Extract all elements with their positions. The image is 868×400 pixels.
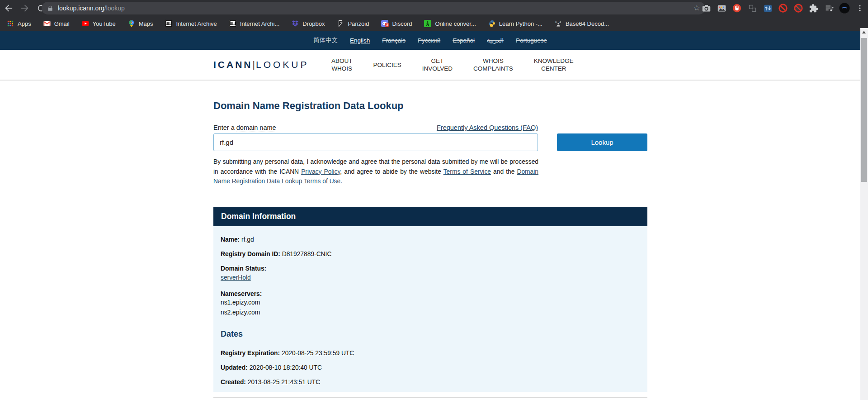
registry-expiration-field: Registry Expiration: 2020-08-25 23:59:59… [221, 350, 640, 357]
language-bar: 简体中文 English Français Русский Español ال… [0, 31, 860, 50]
browser-toolbar: lookup.icann.org/lookup ☆ [0, 0, 868, 16]
nav-line: ABOUT [331, 57, 353, 65]
nav-line: CENTER [534, 65, 574, 72]
scrollbar-thumb[interactable] [861, 38, 867, 182]
lang-chinese[interactable]: 简体中文 [313, 36, 338, 44]
domain-status-field: Domain Status: serverHold [221, 265, 640, 283]
bookmark-label: Gmail [54, 20, 70, 27]
faq-link[interactable]: Frequently Asked Questions (FAQ) [437, 124, 538, 131]
downloader-extension-icon[interactable] [762, 2, 773, 14]
bookmark-base64-decoder[interactable]: 64 Base64 Decod... [555, 20, 609, 27]
nameservers-field: Nameservers: ns1.epizy.com ns2.epizy.com [221, 290, 640, 318]
lang-arabic[interactable]: العربية [487, 37, 504, 44]
bookmark-learn-python[interactable]: Learn Python -... [488, 20, 542, 27]
bookmark-internet-archive[interactable]: Internet Archive [165, 20, 217, 27]
bookmark-dropbox[interactable]: Dropbox [292, 20, 325, 27]
registry-id-label: Registry Domain ID: [221, 251, 280, 257]
bookmark-label: Panzoid [348, 20, 369, 27]
forward-arrow-icon [20, 3, 30, 13]
bookmark-label: Learn Python -... [499, 20, 542, 27]
domain-status-label: Domain Status: [221, 265, 266, 272]
nav-about-whois[interactable]: ABOUT WHOIS [331, 57, 353, 72]
nameserver-2: ns2.epizy.com [221, 308, 640, 318]
svg-text:4: 4 [559, 21, 561, 24]
expiration-label: Registry Expiration: [221, 350, 280, 357]
disclaimer-part: and the [491, 168, 517, 175]
lang-english[interactable]: English [350, 37, 370, 44]
nav-line: INVOLVED [422, 65, 453, 72]
name-value: rf.gd [241, 236, 254, 243]
extensions-puzzle-icon[interactable] [808, 2, 819, 14]
created-field: Created: 2013-08-25 21:43:51 UTC [221, 379, 640, 386]
updated-label: Updated: [221, 364, 248, 371]
input-label-prefix: Enter a [213, 124, 236, 131]
lookup-button[interactable]: Lookup [557, 133, 647, 151]
icann-lookup-logo[interactable]: ICANN | LOOKUP [213, 50, 309, 80]
scrollbar-up-arrow[interactable] [862, 31, 866, 33]
boxes-extension-icon[interactable] [747, 2, 758, 14]
server-hold-link[interactable]: serverHold [221, 274, 251, 281]
section-title: Domain Information [221, 212, 296, 221]
nav-line: COMPLAINTS [473, 65, 513, 72]
address-bar[interactable]: lookup.icann.org/lookup ☆ [42, 2, 705, 14]
bookmark-online-converter[interactable]: Online conver... [424, 20, 476, 27]
camera-extension-icon[interactable] [701, 2, 712, 14]
nav-line: POLICIES [373, 61, 401, 69]
disclaimer-part: , and agree to abide by the website [340, 168, 443, 175]
profile-avatar[interactable] [839, 2, 850, 14]
blocker-extension-icon[interactable] [778, 2, 788, 14]
forward-button[interactable] [19, 2, 31, 14]
lang-russian[interactable]: Русский [418, 37, 440, 44]
playlist-extension-icon[interactable] [824, 2, 835, 14]
bookmark-internet-archive-2[interactable]: Internet Archi... [229, 20, 279, 27]
back-arrow-icon [4, 3, 14, 13]
nav-whois-complaints[interactable]: WHOIS COMPLAINTS [473, 57, 513, 72]
nav-policies[interactable]: POLICIES [373, 61, 401, 69]
disclaimer-part: . [340, 178, 342, 185]
url-text: lookup.icann.org/lookup [58, 5, 125, 12]
terms-of-service-link[interactable]: Terms of Service [443, 168, 491, 175]
domain-name-input[interactable] [213, 133, 538, 151]
nav-line: KNOWLEDGE [534, 57, 574, 65]
page-scrollbar[interactable] [860, 28, 868, 400]
site-header: ICANN | LOOKUP ABOUT WHOIS POLICIES GET … [0, 50, 860, 81]
photos-extension-icon[interactable] [716, 2, 727, 14]
registry-domain-id-field: Registry Domain ID: D81927889-CNIC [221, 251, 640, 258]
blocker-dark-extension-icon[interactable] [793, 2, 804, 14]
bookmark-label: Internet Archive [176, 20, 217, 27]
adblock-hand-extension-icon[interactable] [731, 2, 742, 14]
created-value: 2013-08-25 21:43:51 UTC [248, 379, 320, 386]
apps-grid-icon [7, 20, 14, 27]
internet-archive-icon [229, 20, 236, 27]
lang-spanish[interactable]: Español [453, 37, 475, 44]
bookmark-apps[interactable]: Apps [7, 20, 31, 27]
back-button[interactable] [3, 2, 14, 14]
nameserver-1: ns1.epizy.com [221, 298, 640, 308]
discord-notification-badge: 3 [385, 23, 389, 27]
updated-value: 2020-08-10 18:20:40 UTC [250, 364, 322, 371]
name-field: Name: rf.gd [221, 236, 640, 243]
bookmark-youtube[interactable]: YouTube [82, 20, 116, 27]
privacy-policy-link[interactable]: Privacy Policy [301, 168, 340, 175]
dropbox-icon [292, 20, 299, 27]
nav-knowledge-center[interactable]: KNOWLEDGE CENTER [534, 57, 574, 72]
bookmark-label: Online conver... [435, 20, 476, 27]
created-label: Created: [221, 379, 246, 386]
bookmark-label: Apps [18, 20, 31, 27]
lang-french[interactable]: Français [382, 37, 406, 44]
bookmark-discord[interactable]: 3 Discord [381, 20, 412, 27]
browser-menu-button[interactable] [854, 2, 865, 14]
lang-portuguese[interactable]: Portuguese [516, 37, 547, 44]
bookmark-gmail[interactable]: Gmail [43, 20, 70, 27]
bookmark-maps[interactable]: Maps [128, 20, 153, 27]
bookmark-panzoid[interactable]: Panzoid [337, 20, 369, 27]
online-converter-icon [424, 20, 431, 27]
bookmark-star-icon[interactable]: ☆ [693, 3, 700, 13]
url-path: /lookup [104, 5, 125, 12]
logo-lookup: LOOKUP [256, 59, 309, 70]
nav-line: WHOIS [331, 65, 353, 72]
dates-heading: Dates [221, 329, 640, 339]
nav-get-involved[interactable]: GET INVOLVED [422, 57, 453, 72]
name-label: Name: [221, 236, 240, 243]
domain-information-panel: Name: rf.gd Registry Domain ID: D8192788… [213, 226, 647, 392]
